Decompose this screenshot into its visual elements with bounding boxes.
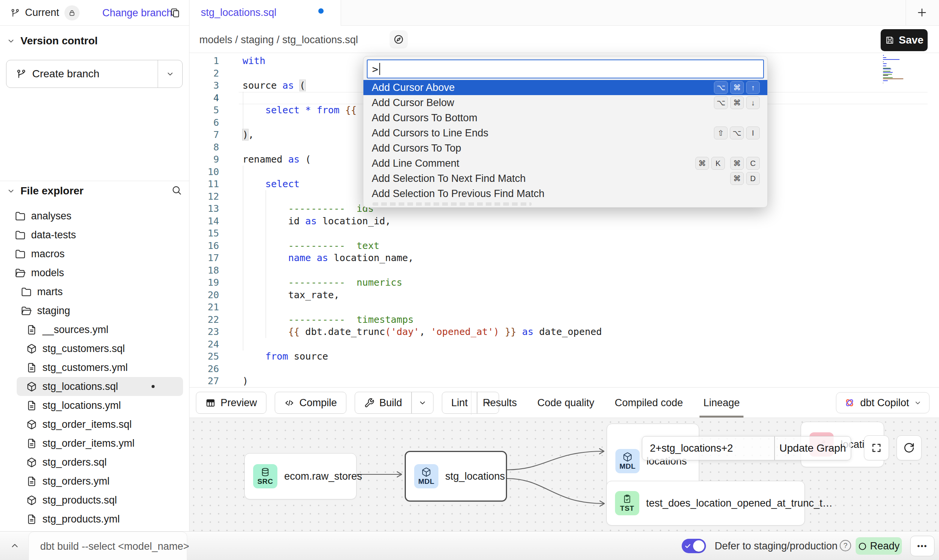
branch-bar: Current Change branch	[0, 0, 189, 26]
lineage-panel[interactable]: SRC ecom.raw_stores MDL stg_locations MD…	[189, 418, 939, 531]
create-branch-button[interactable]: Create branch	[6, 60, 183, 88]
file-item-stg_order_items.sql[interactable]: stg_order_items.sql	[0, 415, 189, 434]
button-label: Compile	[299, 397, 337, 409]
palette-item[interactable]: Add Selection To Next Find Match ⌘D	[363, 171, 767, 186]
keycap: ⌥	[714, 96, 728, 109]
build-button[interactable]: Build	[355, 392, 434, 414]
file-item-stg_products.yml[interactable]: stg_products.yml	[0, 510, 189, 529]
shortcut-keys: ⌘K⌘C	[695, 157, 760, 170]
node-type-badge: TST	[615, 491, 639, 515]
chevron-down-icon	[7, 37, 15, 45]
file-item-stg_customers.yml[interactable]: stg_customers.yml	[0, 358, 189, 377]
palette-item[interactable]: Add Cursors to Line Ends ⇧⌥I	[363, 125, 767, 141]
help-icon[interactable]: ?	[840, 540, 851, 551]
file-item-label: stg_locations.yml	[42, 400, 121, 411]
badge-label: MDL	[620, 462, 636, 471]
new-tab-plus-icon[interactable]	[916, 7, 928, 18]
tab-lineage[interactable]: Lineage	[702, 388, 741, 418]
chevron-up-icon[interactable]	[10, 541, 20, 551]
lineage-node-raw-stores[interactable]: SRC ecom.raw_stores	[244, 453, 357, 499]
file-item-stg_orders.yml[interactable]: stg_orders.yml	[0, 472, 189, 491]
palette-item[interactable]: Add Cursors To Top	[363, 141, 767, 156]
file-item-staging[interactable]: staging	[0, 301, 189, 320]
navigate-compass-button[interactable]	[390, 30, 408, 48]
tab-compiled-code[interactable]: Compiled code	[613, 388, 684, 418]
build-menu-toggle[interactable]	[412, 392, 433, 413]
file-icon	[27, 514, 37, 524]
line-number: 26	[189, 363, 226, 375]
search-icon[interactable]	[171, 185, 182, 196]
line-number: 24	[189, 338, 226, 351]
create-branch-main[interactable]: Create branch	[6, 60, 158, 88]
palette-item[interactable]: Add Cursor Below ⌥⌘↓	[363, 95, 767, 110]
change-branch-link[interactable]: Change branch	[102, 0, 172, 26]
file-item-stg_orders.sql[interactable]: stg_orders.sql	[0, 453, 189, 472]
line-number: 14	[189, 215, 226, 228]
more-options-button[interactable]: •••	[910, 536, 934, 556]
tab-stg-locations[interactable]: stg_locations.sql	[189, 0, 341, 26]
save-label: Save	[899, 34, 923, 46]
copy-icon[interactable]	[170, 8, 180, 18]
line-number: 9	[189, 153, 226, 166]
file-item-__sources.yml[interactable]: __sources.yml	[0, 320, 189, 339]
update-graph-button[interactable]: Update Graph	[775, 436, 851, 460]
shortcut-keys: ⌘D	[730, 172, 760, 185]
command-bar-panel[interactable]: dbt build --select <model_name>	[28, 532, 187, 560]
status-badge: Ready	[856, 537, 902, 555]
code-line-14: id as location_id,	[243, 215, 602, 228]
node-type-badge: MDL	[615, 449, 640, 473]
file-item-marts[interactable]: marts	[0, 282, 189, 301]
folder-icon	[15, 230, 25, 240]
lineage-selector-bar: Update Graph	[642, 436, 851, 460]
lineage-selector-input[interactable]	[642, 436, 774, 460]
file-item-stg_locations.yml[interactable]: stg_locations.yml	[0, 396, 189, 415]
file-item-stg_products.sql[interactable]: stg_products.sql	[0, 491, 189, 510]
keycap: ⌘	[730, 157, 744, 170]
file-item-stg_customers.sql[interactable]: stg_customers.sql	[0, 339, 189, 358]
file-icon	[27, 400, 37, 411]
file-item-data-tests[interactable]: data-tests	[0, 225, 189, 244]
chevron-down-icon	[7, 187, 15, 195]
command-palette-input[interactable]: >	[367, 59, 764, 78]
file-explorer-header[interactable]: File explorer	[7, 185, 84, 197]
tab-code-quality[interactable]: Code quality	[536, 388, 596, 418]
breadcrumb-row: models / staging / stg_locations.sql Sav…	[189, 26, 939, 53]
lineage-node-test-node[interactable]: TST test_does_location_opened_at_trunc_t…	[606, 481, 805, 526]
line-number: 25	[189, 350, 226, 363]
file-tree: analyses data-tests macros models marts …	[0, 206, 189, 529]
refresh-button[interactable]	[897, 435, 922, 460]
palette-item[interactable]: Add Line Comment ⌘K⌘C	[363, 156, 767, 171]
lineage-node-stg-locations[interactable]: MDL stg_locations	[405, 451, 507, 502]
file-item-stg_order_items.yml[interactable]: stg_order_items.yml	[0, 434, 189, 453]
code-line-15	[243, 227, 602, 240]
folder-icon	[15, 249, 25, 259]
palette-item-label: Add Cursors To Top	[372, 142, 461, 154]
create-branch-menu-toggle[interactable]	[158, 60, 182, 88]
version-control-header[interactable]: Version control	[7, 35, 98, 47]
defer-toggle[interactable]	[682, 539, 706, 553]
compile-button[interactable]: Compile	[275, 392, 346, 414]
palette-item[interactable]: Add Selection To Previous Find Match	[363, 186, 767, 201]
palette-item-label: Add Selection To Previous Find Match	[372, 188, 545, 200]
file-item-models[interactable]: models	[0, 263, 189, 282]
file-item-macros[interactable]: macros	[0, 244, 189, 263]
unsaved-dot	[152, 385, 155, 388]
tab-results[interactable]: Results	[481, 388, 518, 418]
line-number: 10	[189, 166, 226, 178]
cube-icon	[27, 495, 37, 505]
cube-icon	[27, 457, 37, 468]
dbt-copilot-button[interactable]: dbt Copilot	[836, 392, 930, 413]
file-item-label: stg_products.yml	[42, 513, 120, 525]
palette-item[interactable]: Add Cursor Above ⌥⌘↑	[363, 80, 767, 95]
fullscreen-button[interactable]	[864, 435, 889, 460]
palette-item[interactable]: Add Cursors To Bottom	[363, 110, 767, 125]
command-palette: > Add Cursor Above ⌥⌘↑ Add Cursor Below …	[363, 56, 768, 208]
palette-item-label: Add Selection To Next Find Match	[372, 173, 526, 185]
file-item-analyses[interactable]: analyses	[0, 206, 189, 225]
badge-label: MDL	[418, 477, 435, 486]
editor-minimap[interactable]	[883, 55, 936, 84]
file-item-stg_locations.sql[interactable]: stg_locations.sql	[17, 377, 183, 396]
version-control-title: Version control	[20, 35, 98, 47]
preview-button[interactable]: Preview	[196, 392, 266, 414]
save-button[interactable]: Save	[881, 29, 928, 51]
